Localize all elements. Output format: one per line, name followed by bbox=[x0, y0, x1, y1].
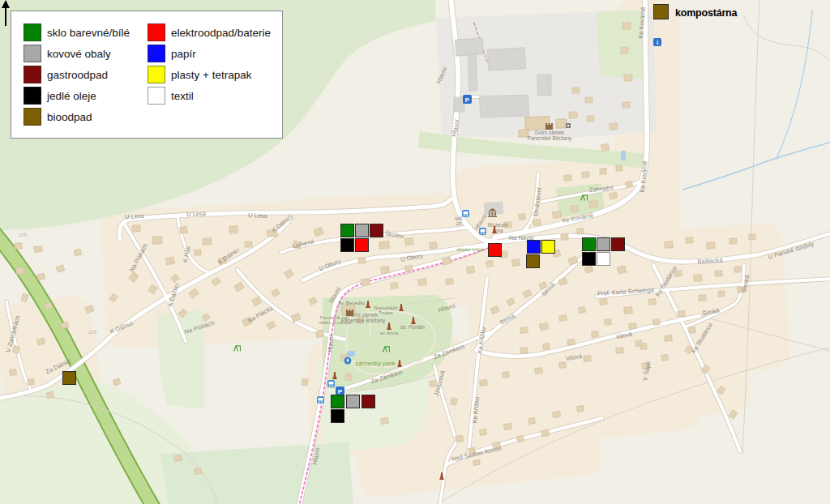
poi-label: 25 bbox=[456, 221, 462, 226]
container-marker-gray-strma bbox=[597, 237, 610, 251]
container-marker-brown-za-dalnici-bio bbox=[62, 371, 76, 385]
poi-label: Panenské Břežany bbox=[528, 135, 572, 141]
legend-label: bioodpad bbox=[47, 111, 92, 123]
container-marker-green-hlavni-jih bbox=[331, 395, 344, 408]
container-marker-black-za-skolou bbox=[340, 238, 354, 252]
container-marker-black-hlavni-jih bbox=[331, 409, 344, 423]
container-marker-white-strma bbox=[597, 252, 610, 266]
poi-label: sv. Anna bbox=[380, 331, 399, 335]
legend-swatch bbox=[24, 23, 41, 41]
map-stage[interactable]: PPi U LesaU LesaU LesaK DálniciK Dálnici… bbox=[0, 0, 830, 504]
legend-column-2: elektroodpad/bateriepapírplasty + tetrap… bbox=[148, 23, 271, 108]
legend-label: gastroodpad bbox=[47, 69, 108, 81]
legend-swatch bbox=[148, 23, 165, 41]
container-marker-green-strma bbox=[582, 237, 596, 251]
container-marker-red-za-skolou bbox=[355, 238, 369, 252]
legend: sklo barevné/bílékovové obalygastroodpad… bbox=[11, 11, 283, 139]
legend-swatch bbox=[24, 45, 41, 62]
container-marker-gray-hlavni-jih bbox=[346, 395, 360, 408]
poi-label: sv. Benedikt bbox=[339, 301, 365, 305]
legend-swatch bbox=[24, 87, 41, 105]
legend-column-1: sklo barevné/bílékovové obalygastroodpad… bbox=[24, 23, 130, 129]
legend-swatch bbox=[148, 66, 165, 83]
svg-text:P: P bbox=[465, 96, 470, 104]
arrow-up-icon bbox=[0, 0, 11, 28]
legend-label: plasty + tetrapak bbox=[171, 69, 251, 81]
container-marker-gray-za-skolou bbox=[355, 224, 369, 237]
street-label: U Lesa bbox=[125, 212, 144, 221]
poi-label: zámecký park bbox=[355, 360, 395, 367]
container-marker-red-na-navsi-elektro bbox=[488, 243, 502, 257]
legend-swatch bbox=[148, 87, 165, 105]
poi-label: dětské hřiště bbox=[456, 247, 484, 252]
legend-item: textil bbox=[148, 87, 271, 105]
legend-item: jedlé oleje bbox=[24, 87, 130, 105]
street-label: Hlavní bbox=[327, 335, 336, 352]
container-marker-yellow-na-navsi bbox=[541, 240, 555, 254]
legend-label: kovové obaly bbox=[47, 48, 111, 60]
legend-item: bioodpad bbox=[24, 108, 130, 126]
legend-item: papír bbox=[148, 45, 271, 62]
container-marker-darkred-strma bbox=[611, 237, 625, 251]
street-label: U Lesa bbox=[248, 211, 267, 220]
poi-label: útlaku a odboje bbox=[319, 320, 352, 325]
poi-label: Dolní zámek bbox=[535, 130, 564, 135]
container-marker-blue-na-navsi bbox=[527, 240, 541, 254]
container-marker-brown-na-navsi bbox=[526, 254, 540, 268]
container-marker-brown-kompostarna-bio bbox=[653, 4, 669, 19]
container-marker-darkred-hlavni-jih bbox=[362, 395, 375, 408]
poi-label: 275 bbox=[19, 233, 27, 237]
legend-label: textil bbox=[171, 90, 194, 102]
legend-item: kovové obaly bbox=[24, 45, 130, 62]
street-label: U Lesa bbox=[186, 210, 206, 217]
legend-label: jedlé oleje bbox=[47, 90, 96, 102]
poi-label: 275 bbox=[88, 330, 96, 335]
container-marker-black-strma bbox=[582, 252, 596, 266]
container-marker-darkred-za-skolou bbox=[370, 224, 383, 237]
legend-label: elektroodpad/baterie bbox=[171, 27, 271, 39]
legend-item: sklo barevné/bílé bbox=[24, 23, 130, 41]
legend-swatch bbox=[148, 45, 165, 62]
poi-label: Trojice bbox=[379, 310, 393, 315]
poi-label: Muzeum bbox=[488, 222, 508, 228]
legend-item: elektroodpad/baterie bbox=[148, 23, 271, 41]
poi-label: sv. Florián bbox=[400, 324, 425, 330]
container-marker-green-za-skolou bbox=[340, 224, 354, 237]
legend-label: sklo barevné/bílé bbox=[47, 27, 130, 39]
legend-item: gastroodpad bbox=[24, 66, 130, 83]
legend-swatch bbox=[24, 108, 41, 126]
legend-label: papír bbox=[171, 48, 196, 60]
kompostarna-label: kompostárna bbox=[675, 7, 737, 19]
legend-item: plasty + tetrapak bbox=[148, 66, 271, 83]
legend-swatch bbox=[24, 66, 41, 83]
